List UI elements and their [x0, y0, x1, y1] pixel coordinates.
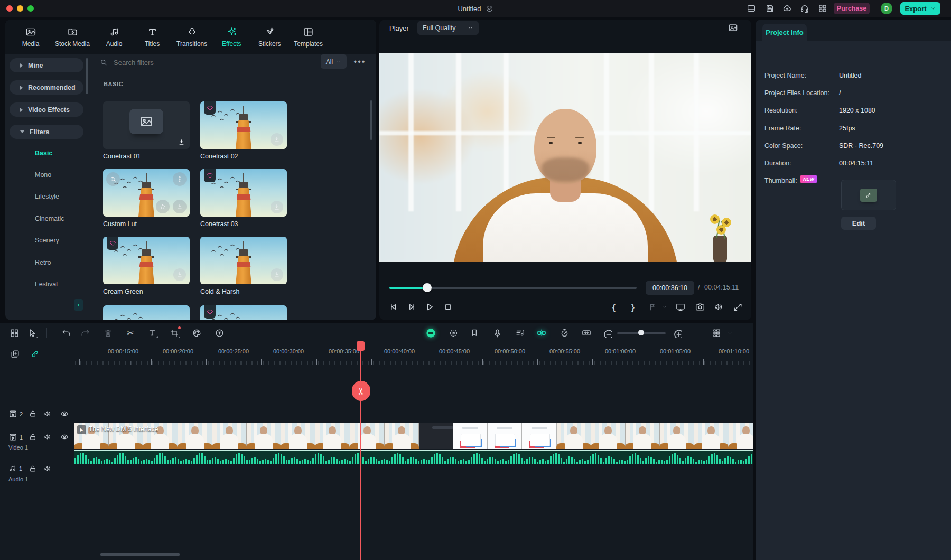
audio1-track-header[interactable]: 1: [8, 464, 22, 473]
play-button[interactable]: [423, 301, 436, 313]
filter-card-cream-green[interactable]: Cream Green: [103, 237, 190, 295]
purchase-button[interactable]: Purchase: [834, 3, 870, 14]
sidebar-item-lifestyle[interactable]: Lifestyle: [35, 193, 59, 200]
tab-audio[interactable]: Audio: [100, 26, 128, 48]
mirror-display-button[interactable]: [674, 301, 687, 313]
sidebar-item-mono[interactable]: Mono: [35, 171, 51, 179]
edit-button[interactable]: Edit: [841, 217, 876, 230]
video-clip[interactable]: [74, 423, 753, 449]
avatar[interactable]: D: [881, 3, 892, 14]
auto-ripple-icon[interactable]: [579, 325, 594, 340]
sidebar-scrollbar[interactable]: [86, 58, 88, 94]
thumbnail-edit-box[interactable]: [841, 180, 896, 210]
all-filter-dropdown[interactable]: All: [321, 54, 347, 69]
playhead-handle[interactable]: [357, 341, 365, 351]
content-scrollbar[interactable]: [370, 100, 372, 140]
download-icon[interactable]: [271, 268, 283, 281]
snapshot-viewer-icon[interactable]: [728, 23, 738, 33]
video1-track-header[interactable]: 1: [8, 433, 23, 442]
favorite-star-icon[interactable]: [156, 200, 170, 213]
text-to-speech-icon[interactable]: [212, 325, 227, 340]
lock-track-icon[interactable]: [29, 464, 37, 473]
save-icon[interactable]: [765, 4, 775, 13]
tab-project-info[interactable]: Project Info: [762, 24, 807, 41]
sidebar-item-cinematic[interactable]: Cinematic: [35, 215, 64, 222]
mark-out-button[interactable]: }: [627, 301, 639, 313]
speed-icon[interactable]: [557, 325, 572, 340]
crop-tool-icon[interactable]: [167, 325, 182, 340]
ai-mask-icon[interactable]: [423, 325, 438, 340]
filter-card-cold-harsh[interactable]: Cold & Harsh: [200, 237, 287, 295]
sidebar-item-retro[interactable]: Retro: [35, 259, 51, 266]
tab-stickers[interactable]: Stickers: [256, 26, 283, 48]
voiceover-mic-icon[interactable]: [490, 325, 505, 340]
select-tool-icon[interactable]: [25, 325, 40, 340]
tab-templates[interactable]: Templates: [294, 26, 323, 48]
layout-panel-icon[interactable]: [747, 4, 756, 13]
sidebar-group-recommended[interactable]: Recommended: [10, 80, 83, 95]
hide-track-icon[interactable]: [60, 409, 69, 418]
timeline-horizontal-scrollbar[interactable]: [100, 553, 180, 556]
filter-card-conetrast-02[interactable]: Conetrast 02: [200, 101, 287, 160]
audio-waveform[interactable]: [74, 450, 753, 464]
color-palette-icon[interactable]: [189, 325, 204, 340]
marker-icon[interactable]: [467, 325, 482, 340]
add-track-icon[interactable]: [7, 347, 22, 361]
text-tool-icon[interactable]: [145, 325, 160, 340]
mark-in-button[interactable]: {: [608, 301, 620, 313]
chevron-down-icon[interactable]: [658, 301, 671, 313]
download-icon[interactable]: [271, 133, 283, 146]
download-icon[interactable]: [173, 268, 186, 281]
apps-grid-icon[interactable]: [818, 4, 827, 13]
tab-stock-media[interactable]: Stock Media: [55, 26, 90, 48]
preview-render-icon[interactable]: [446, 325, 461, 340]
tab-transitions[interactable]: Transitions: [176, 26, 207, 48]
sidebar-group-video-effects[interactable]: Video Effects: [10, 102, 83, 117]
link-clips-icon[interactable]: [27, 347, 42, 361]
mute-track-icon[interactable]: [43, 464, 52, 473]
timeline-zoom-handle[interactable]: [638, 330, 644, 335]
render-marker-icon[interactable]: [646, 301, 659, 313]
lock-track-icon[interactable]: [29, 433, 37, 441]
download-icon[interactable]: [178, 138, 185, 146]
sidebar-group-filters[interactable]: Filters: [10, 125, 83, 139]
previous-frame-button[interactable]: [387, 301, 400, 313]
lock-track-icon[interactable]: [29, 409, 37, 418]
video2-track-header[interactable]: 2: [8, 409, 23, 418]
current-timecode[interactable]: 00:00:36:10: [646, 281, 694, 295]
pencil-icon[interactable]: [860, 189, 877, 202]
tab-media[interactable]: Media: [17, 26, 44, 48]
fullscreen-button[interactable]: [731, 301, 744, 313]
delete-icon[interactable]: [100, 325, 115, 340]
mute-track-icon[interactable]: [43, 409, 52, 418]
support-headset-icon[interactable]: [800, 4, 809, 13]
next-frame-button[interactable]: [405, 301, 418, 313]
undo-icon[interactable]: [59, 325, 73, 340]
seek-handle[interactable]: [423, 283, 432, 292]
stop-button[interactable]: [442, 301, 454, 313]
tab-effects[interactable]: Effects: [218, 26, 245, 48]
volume-button[interactable]: [712, 301, 725, 313]
hide-track-icon[interactable]: [60, 433, 69, 441]
search-input[interactable]: [113, 58, 273, 67]
quality-dropdown[interactable]: Full Quality: [417, 21, 479, 35]
mute-track-icon[interactable]: [43, 433, 52, 441]
audio-mixer-icon[interactable]: [512, 325, 527, 340]
track-manager-icon[interactable]: [709, 325, 724, 340]
redo-icon[interactable]: [78, 325, 92, 340]
more-menu-icon[interactable]: [173, 172, 187, 186]
sidebar-group-mine[interactable]: Mine: [10, 58, 83, 72]
playhead-scissors-button[interactable]: ✂: [352, 381, 370, 401]
filter-card-conetrast-03[interactable]: Conetrast 03: [200, 169, 287, 228]
more-options-button[interactable]: •••: [352, 54, 368, 69]
download-icon[interactable]: [173, 200, 187, 213]
download-icon[interactable]: [271, 201, 283, 213]
zoom-out-icon[interactable]: [600, 325, 614, 340]
filter-card-partial[interactable]: [103, 305, 190, 320]
export-button[interactable]: Export: [900, 2, 940, 15]
smart-cut-icon[interactable]: [534, 325, 549, 340]
zoom-in-icon[interactable]: [670, 325, 685, 340]
filter-card-custom-lut[interactable]: Custom Lut: [103, 169, 190, 228]
filter-card-conetrast-01[interactable]: Conetrast 01: [103, 101, 190, 160]
track-manager-caret-icon[interactable]: [725, 325, 734, 340]
